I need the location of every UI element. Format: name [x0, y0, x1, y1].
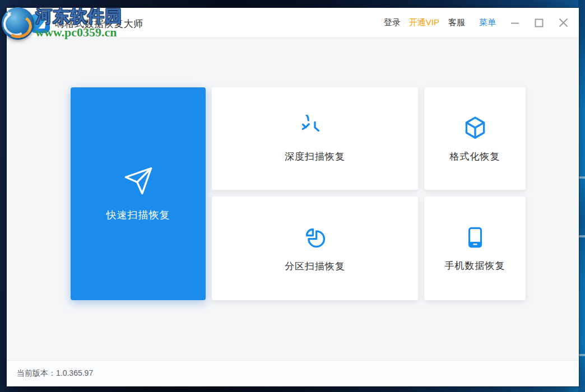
card-partition-scan-recovery[interactable]: 分区扫描恢复 — [212, 197, 418, 300]
card-quick-scan-recovery[interactable]: 快速扫描恢复 — [71, 87, 206, 300]
login-button[interactable]: 登录 — [384, 17, 401, 28]
function-card-grid: 快速扫描恢复 深度扫描恢复 格式化恢复 — [71, 87, 526, 300]
maximize-icon — [534, 18, 544, 28]
send-arrow-icon — [123, 166, 154, 196]
minimize-icon — [510, 18, 520, 28]
wallpaper-light-streak — [578, 235, 585, 237]
close-icon — [558, 17, 569, 28]
menu-button[interactable]: 菜单 — [479, 17, 496, 28]
maximize-button[interactable] — [534, 18, 544, 28]
wallpaper-light-streak — [578, 176, 585, 179]
open-vip-button[interactable]: 开通VIP — [409, 17, 439, 28]
card-label: 深度扫描恢复 — [285, 150, 345, 163]
history-clock-icon — [302, 115, 328, 141]
card-format-recovery[interactable]: 格式化恢复 — [424, 87, 526, 190]
titlebar-menu: 登录 开通VIP 客服 菜单 — [375, 17, 579, 28]
desktop-background: 嗨格式数据恢复大师 登录 开通VIP 客服 菜单 — [0, 0, 585, 392]
status-bar: 当前版本：1.0.365.97 — [7, 360, 579, 386]
minimize-button[interactable] — [510, 18, 520, 28]
card-label: 快速扫描恢复 — [106, 208, 170, 222]
app-title: 嗨格式数据恢复大师 — [55, 17, 143, 30]
pie-chart-icon — [302, 225, 328, 250]
app-logo-icon — [31, 14, 50, 33]
version-text: 当前版本：1.0.365.97 — [17, 368, 93, 379]
card-label: 分区扫描恢复 — [285, 260, 345, 273]
smartphone-icon — [463, 225, 487, 250]
card-phone-data-recovery[interactable]: 手机数据恢复 — [424, 197, 526, 300]
titlebar: 嗨格式数据恢复大师 登录 开通VIP 客服 菜单 — [7, 8, 579, 38]
card-label: 格式化恢复 — [450, 150, 500, 163]
cube-icon — [462, 115, 488, 141]
desktop-wallpaper-strip — [578, 0, 585, 392]
app-window: 嗨格式数据恢复大师 登录 开通VIP 客服 菜单 — [7, 8, 579, 386]
wallpaper-light-streak — [578, 354, 585, 356]
support-button[interactable]: 客服 — [448, 17, 465, 28]
close-button[interactable] — [558, 17, 569, 28]
card-deep-scan-recovery[interactable]: 深度扫描恢复 — [212, 87, 418, 190]
card-label: 手机数据恢复 — [445, 259, 505, 272]
